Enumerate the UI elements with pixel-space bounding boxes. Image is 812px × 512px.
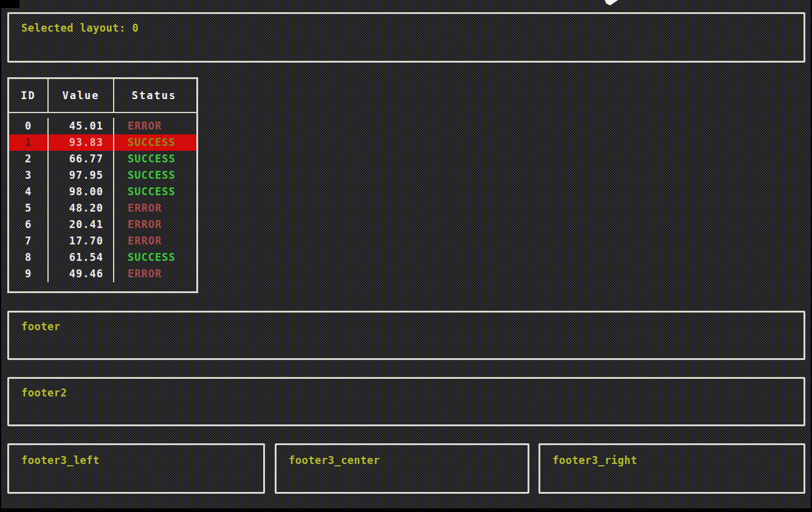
cell-status[interactable]: ERROR [114, 216, 194, 233]
cell-status[interactable]: SUCCESS [114, 134, 194, 151]
cell-value[interactable]: 97.95 [49, 167, 114, 184]
screen-corner-artifact [1, 0, 19, 8]
footer3-center-panel: footer3_center [275, 443, 529, 494]
table-row[interactable]: 498.00SUCCESS [9, 184, 196, 200]
cell-status[interactable]: SUCCESS [114, 184, 194, 200]
data-table[interactable]: ID Value Status 045.01ERROR193.83SUCCESS… [7, 77, 198, 293]
cell-status[interactable]: ERROR [114, 118, 194, 134]
cell-value[interactable]: 66.77 [49, 151, 114, 167]
footer3-left-panel: footer3_left [7, 443, 265, 494]
table-header-row: ID Value Status [9, 79, 196, 113]
cell-id[interactable]: 3 [9, 167, 49, 184]
cell-id[interactable]: 5 [9, 200, 49, 216]
selected-layout-text: Selected layout: 0 [21, 22, 139, 34]
cell-value[interactable]: 45.01 [49, 118, 114, 134]
table-row[interactable]: 548.20ERROR [9, 200, 196, 216]
cell-status[interactable]: SUCCESS [114, 249, 194, 266]
selected-layout-panel: Selected layout: 0 [7, 12, 805, 63]
cell-status[interactable]: ERROR [114, 200, 194, 216]
cell-status[interactable]: SUCCESS [114, 151, 194, 167]
table-row[interactable]: 620.41ERROR [9, 216, 196, 233]
footer-panel: footer [7, 311, 805, 360]
footer2-panel: footer2 [7, 377, 805, 426]
cell-value[interactable]: 93.83 [49, 134, 114, 151]
cell-value[interactable]: 48.20 [49, 200, 114, 216]
table-row[interactable]: 045.01ERROR [9, 118, 196, 134]
column-header-id[interactable]: ID [9, 79, 49, 112]
cell-id[interactable]: 4 [9, 184, 49, 200]
cell-value[interactable]: 20.41 [49, 216, 114, 233]
screen-bottom-edge [0, 508, 812, 512]
table-row[interactable]: 193.83SUCCESS [9, 134, 196, 151]
cell-status[interactable]: ERROR [114, 266, 194, 282]
footer3-center-text: footer3_center [289, 454, 380, 466]
terminal-screen: Selected layout: 0 ID Value Status 045.0… [0, 0, 812, 512]
footer3-right-panel: footer3_right [538, 443, 805, 494]
app-background: Selected layout: 0 ID Value Status 045.0… [1, 0, 811, 508]
column-header-status[interactable]: Status [114, 79, 194, 112]
footer-text: footer [21, 320, 60, 333]
mouse-cursor-artifact [605, 0, 618, 5]
table-row[interactable]: 861.54SUCCESS [9, 249, 196, 266]
cell-status[interactable]: SUCCESS [114, 167, 194, 184]
footer2-text: footer2 [21, 387, 67, 399]
table-row[interactable]: 717.70ERROR [9, 233, 196, 249]
cell-id[interactable]: 9 [9, 266, 49, 282]
cell-value[interactable]: 98.00 [49, 184, 114, 200]
table-row[interactable]: 949.46ERROR [9, 266, 196, 282]
footer3-left-text: footer3_left [21, 454, 100, 466]
table-row[interactable]: 266.77SUCCESS [9, 151, 196, 167]
cell-status[interactable]: ERROR [114, 233, 194, 249]
table-row[interactable]: 397.95SUCCESS [9, 167, 196, 184]
cell-id[interactable]: 2 [9, 151, 49, 167]
cell-id[interactable]: 7 [9, 233, 49, 249]
cell-id[interactable]: 6 [9, 216, 49, 233]
cell-id[interactable]: 8 [9, 249, 49, 266]
cell-id[interactable]: 1 [9, 134, 49, 151]
cell-id[interactable]: 0 [9, 118, 49, 134]
cell-value[interactable]: 17.70 [49, 233, 114, 249]
table-body: 045.01ERROR193.83SUCCESS266.77SUCCESS397… [9, 113, 196, 291]
footer3-right-text: footer3_right [552, 454, 638, 466]
cell-value[interactable]: 49.46 [49, 266, 114, 282]
cell-value[interactable]: 61.54 [49, 249, 114, 266]
column-header-value[interactable]: Value [49, 79, 114, 112]
